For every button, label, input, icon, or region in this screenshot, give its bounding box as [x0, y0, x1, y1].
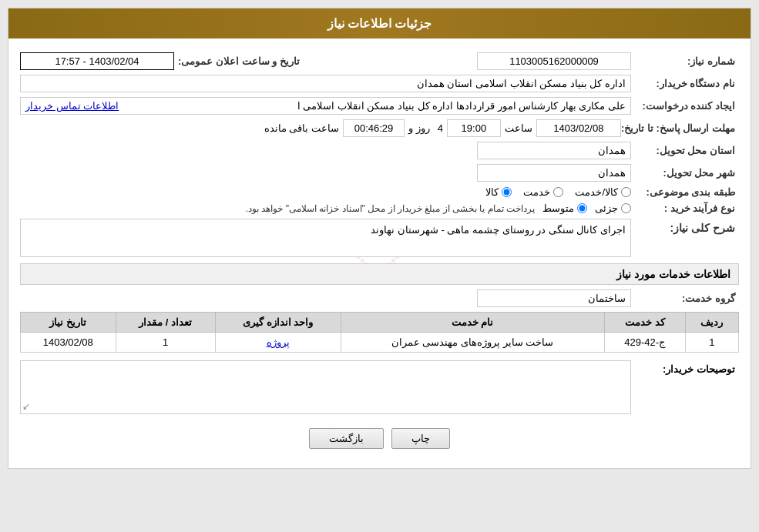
bazgasht-button[interactable]: بازگشت: [309, 428, 384, 449]
mande-value: 00:46:29: [343, 119, 405, 137]
col-nam: نام خدمت: [341, 313, 604, 333]
cell-vahed[interactable]: پروژه: [215, 333, 341, 353]
table-header-row: ردیف کد خدمت نام خدمت واحد اندازه گیری ت…: [21, 313, 739, 333]
col-tedad: تعداد / مقدار: [116, 313, 215, 333]
tabaqe-label: طبقه بندی موضوعی:: [631, 186, 739, 198]
sharh-value: اجرای کانال سنگی در روستای چشمه ماهی - ش…: [20, 219, 631, 257]
radio-khadamat-label: خدمت: [523, 186, 550, 198]
radio-motevaset-input[interactable]: [577, 203, 587, 213]
page-header: جزئیات اطلاعات نیاز: [8, 8, 751, 38]
gorooh-row: گروه خدمت: ساختمان: [20, 289, 739, 307]
radio-khadamat-input[interactable]: [553, 187, 563, 197]
radio-note-text: پرداخت تمام یا بخشی از مبلغ خریدار از مح…: [246, 203, 535, 214]
toseeh-area: توصیحات خریدار:: [20, 360, 739, 414]
radio-motevaset-label: متوسط: [542, 202, 574, 214]
main-container: جزئیات اطلاعات نیاز 🛡 شماره نیاز: 110300…: [8, 8, 751, 469]
time-label: ساعت: [505, 122, 532, 134]
cell-nam: ساخت سایر پروژه‌های مهندسی عمران: [341, 333, 604, 353]
cell-tarikh: 1403/02/08: [21, 333, 116, 353]
page-wrapper: جزئیات اطلاعات نیاز 🛡 شماره نیاز: 110300…: [0, 0, 759, 532]
sharh-label: شرح کلی نیاز:: [631, 219, 739, 234]
sharh-row: شرح کلی نیاز: اجرای کانال سنگی در روستای…: [20, 219, 739, 257]
noع-farayand-row: نوع فرآیند خرید : جزئی متوسط پرداخت تمام…: [20, 202, 739, 214]
ijad-konande-text: علی مکاری بهار کارشناس امور قراردادها اد…: [297, 100, 626, 112]
nam-dastgah-row: نام دستگاه خریدار: اداره کل بنیاد مسکن ا…: [20, 75, 739, 92]
col-kod: کد خدمت: [604, 313, 685, 333]
ostan-value: همدان: [477, 142, 631, 159]
radio-jozi-label: جزئی: [595, 202, 618, 214]
radio-kala: کالا: [485, 186, 512, 198]
content-area: 🛡 شماره نیاز: 1103005162000009 تاریخ و س…: [8, 38, 751, 468]
tarikh-elan-label: تاریخ و ساعت اعلان عمومی:: [174, 55, 304, 67]
mohlat-label: مهلت ارسال پاسخ: تا تاریخ:: [621, 122, 739, 134]
roz-label: روز و: [408, 122, 430, 134]
radio-jozi: جزئی: [595, 202, 631, 214]
shomare-niaz-label: شماره نیاز:: [631, 55, 739, 67]
col-radif: ردیف: [685, 313, 738, 333]
services-table: ردیف کد خدمت نام خدمت واحد اندازه گیری ت…: [20, 312, 739, 353]
roz-value: 4: [438, 122, 443, 134]
col-vahed: واحد اندازه گیری: [215, 313, 341, 333]
ostan-label: استان محل تحویل:: [631, 145, 739, 156]
shomare-niaz-value: 1103005162000009: [477, 52, 631, 70]
ittelaat-tamas-link[interactable]: اطلاعات تماس خریدار: [25, 100, 119, 112]
table-header: ردیف کد خدمت نام خدمت واحد اندازه گیری ت…: [21, 313, 739, 333]
page-title: جزئیات اطلاعات نیاز: [327, 17, 432, 30]
radio-kala-khadamat-label: کالا/خدمت: [575, 186, 618, 198]
gorooh-label: گروه خدمت:: [631, 293, 739, 304]
table-row: 1 ج-42-429 ساخت سایر پروژه‌های مهندسی عم…: [21, 333, 739, 353]
ijad-konande-value: علی مکاری بهار کارشناس امور قراردادها اد…: [20, 97, 631, 115]
cell-radif: 1: [685, 333, 738, 353]
radio-motevaset: متوسط: [542, 202, 587, 214]
gorooh-value: ساختمان: [477, 289, 631, 307]
radio-kala-khadamat-input[interactable]: [621, 187, 631, 197]
chap-button[interactable]: چاپ: [391, 428, 450, 449]
radio-kala-khadamat: کالا/خدمت: [575, 186, 631, 198]
nam-dastgah-value: اداره کل بنیاد مسکن انقلاب اسلامی استان …: [20, 75, 631, 92]
tabaqe-row: طبقه بندی موضوعی: کالا/خدمت خدمت کالا: [20, 186, 739, 198]
col-tarikh: تاریخ نیاز: [21, 313, 116, 333]
mande-label: ساعت باقی مانده: [264, 122, 339, 134]
shahr-value: همدان: [477, 164, 631, 182]
radio-khadamat: خدمت: [523, 186, 563, 198]
nam-dastgah-label: نام دستگاه خریدار:: [631, 78, 739, 89]
toseeh-box: [20, 360, 631, 414]
cell-tedad: 1: [116, 333, 215, 353]
khadamat-section-title: اطلاعات خدمات مورد نیاز: [616, 268, 730, 280]
ostan-row: استان محل تحویل: همدان: [20, 142, 739, 159]
shahr-label: شهر محل تحویل:: [631, 167, 739, 179]
radio-kala-input[interactable]: [502, 187, 512, 197]
table-body: 1 ج-42-429 ساخت سایر پروژه‌های مهندسی عم…: [21, 333, 739, 353]
shahr-row: شهر محل تحویل: همدان: [20, 164, 739, 182]
shomare-tarikh-row: شماره نیاز: 1103005162000009 تاریخ و ساع…: [20, 52, 739, 70]
radio-kala-label: کالا: [485, 186, 499, 198]
mohlat-row: مهلت ارسال پاسخ: تا تاریخ: 1403/02/08 سا…: [20, 119, 739, 137]
tarikh-elan-value: 1403/02/04 - 17:57: [20, 52, 174, 70]
noع-label: نوع فرآیند خرید :: [631, 202, 739, 214]
ijad-konande-row: ایجاد کننده درخواست: علی مکاری بهار کارش…: [20, 97, 739, 115]
khadamat-section-header: اطلاعات خدمات مورد نیاز: [20, 263, 739, 285]
tabaqe-radio-group: کالا/خدمت خدمت کالا: [20, 186, 631, 198]
main-content: شماره نیاز: 1103005162000009 تاریخ و ساع…: [20, 52, 739, 460]
ijad-konande-label: ایجاد کننده درخواست:: [631, 100, 739, 112]
date-value: 1403/02/08: [536, 119, 621, 137]
radio-jozi-input[interactable]: [621, 203, 631, 213]
buttons-row: چاپ بازگشت: [20, 420, 739, 460]
time-value: 19:00: [447, 119, 501, 137]
cell-kod: ج-42-429: [604, 333, 685, 353]
toseeh-label: توصیحات خریدار:: [631, 360, 739, 375]
